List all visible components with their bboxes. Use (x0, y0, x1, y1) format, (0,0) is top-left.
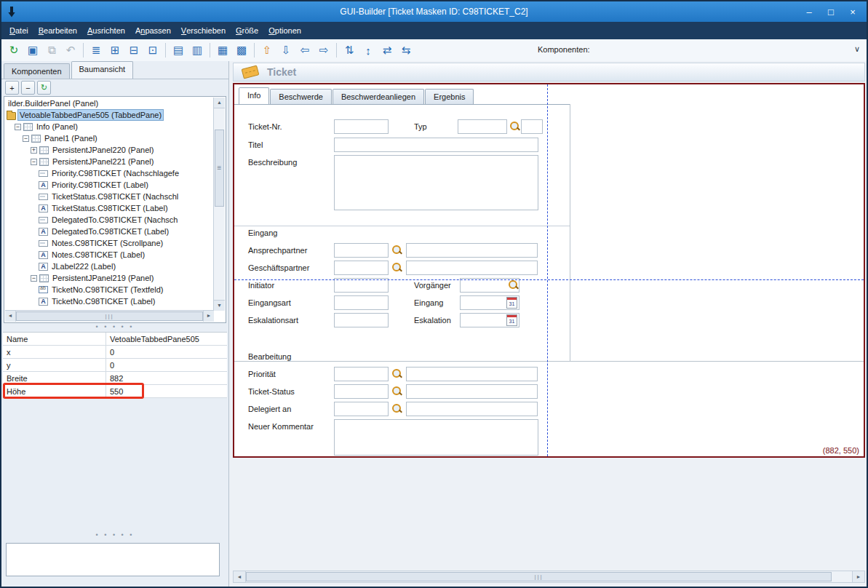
menu-item-gre[interactable]: Größe (231, 22, 263, 39)
collapse-icon[interactable]: − (23, 135, 29, 142)
delegiert-an-code-input[interactable] (334, 402, 389, 416)
eingang-calendar-icon[interactable]: 31 (506, 297, 517, 309)
delegiert-an-lookup-icon[interactable] (391, 403, 402, 413)
tree-item[interactable]: TicketNo.C98TICKET (Label) (5, 295, 214, 307)
component-search-button[interactable]: ⊞ (105, 41, 124, 59)
tab-komponenten[interactable]: Komponenten (4, 63, 70, 79)
ticket-nr-input[interactable] (334, 119, 389, 134)
expand-icon[interactable]: + (31, 147, 37, 154)
tree-item[interactable]: −Info (Panel) (5, 121, 214, 132)
component-list-button[interactable]: ≣ (87, 41, 105, 59)
size-height-plus-button[interactable]: ⇅ (340, 41, 359, 59)
collapse-icon[interactable]: − (31, 159, 37, 165)
layout-grid-button[interactable]: ⊡ (143, 41, 162, 59)
tree-horizontal-scrollbar[interactable] (5, 310, 214, 322)
tree-item[interactable]: −PersistentJPanel219 (Panel) (5, 272, 214, 284)
tree-item[interactable]: TicketStatus.C98TICKET (Label) (5, 202, 214, 214)
chevron-down-icon[interactable]: ∨ (854, 44, 860, 54)
vertical-scroll-thumb[interactable] (215, 130, 224, 207)
tree-item[interactable]: DelegatedTo.C98TICKET (Nachsch (5, 214, 214, 226)
ansprechpartner-lookup-icon[interactable] (391, 245, 402, 255)
close-button[interactable]: × (842, 1, 864, 22)
scroll-left-icon[interactable] (234, 571, 246, 582)
splitter-handle-top[interactable]: • • • • • (1, 325, 228, 330)
tree-item[interactable]: Priority.C98TICKET (Label) (5, 179, 214, 191)
tree-item[interactable]: −PersistentJPanel221 (Panel) (5, 156, 214, 167)
neuer-kommentar-textarea[interactable] (334, 419, 538, 456)
prioritaet-lookup-icon[interactable] (391, 368, 402, 378)
size-width-minus-button[interactable]: ⇆ (397, 41, 415, 59)
delegiert-an-name-input[interactable] (406, 402, 538, 416)
property-value[interactable]: VetoableTabbedPane505 (106, 333, 227, 345)
refresh-tree-button[interactable]: ↻ (37, 81, 51, 95)
typ-extra-input[interactable] (521, 119, 543, 134)
scroll-right-icon[interactable] (852, 571, 864, 582)
menu-item-verschieben[interactable]: Verschieben (176, 22, 231, 39)
tree-vertical-scrollbar[interactable] (213, 98, 225, 311)
designer-tab-info[interactable]: Info (239, 87, 269, 104)
save-button[interactable]: ▣ (23, 41, 42, 59)
distribute-button[interactable]: ▩ (232, 41, 251, 59)
tree-item[interactable]: −Panel1 (Panel) (5, 132, 214, 144)
minimize-button[interactable]: – (798, 1, 820, 22)
move-left-button[interactable]: ⇦ (295, 41, 314, 59)
menu-item-datei[interactable]: Datei (4, 22, 33, 39)
ticket-status-code-input[interactable] (334, 384, 389, 399)
ansprechpartner-name-input[interactable] (406, 243, 538, 258)
property-value[interactable]: 882 (106, 372, 227, 384)
collapse-all-button[interactable]: − (21, 81, 35, 95)
typ-input[interactable] (458, 119, 507, 134)
scroll-up-icon[interactable] (214, 98, 225, 108)
tree-item[interactable]: +PersistentJPanel220 (Panel) (5, 144, 214, 156)
collapse-icon[interactable]: − (31, 275, 37, 282)
layout-columns-button[interactable]: ⊟ (124, 41, 143, 59)
align-left-button[interactable]: ▤ (169, 41, 188, 59)
tree-item[interactable]: TicketStatus.C98TICKET (Nachschl (5, 191, 214, 202)
scroll-left-icon[interactable] (5, 311, 16, 322)
prioritaet-name-input[interactable] (406, 367, 538, 381)
property-value[interactable]: 0 (106, 359, 227, 371)
tree-item[interactable]: TicketNo.C98TICKET (Textfeld) (5, 284, 214, 295)
tree-item[interactable]: JLabel222 (Label) (5, 261, 214, 272)
tree-item[interactable]: ilder.BuilderPanel (Panel) (5, 98, 214, 109)
menu-item-optionen[interactable]: Optionen (263, 22, 306, 39)
designer-tab-beschwerde[interactable]: Beschwerde (270, 89, 332, 104)
designer-horizontal-scrollbar[interactable] (233, 571, 865, 583)
ticket-status-name-input[interactable] (406, 384, 538, 399)
beschreibung-textarea[interactable] (334, 155, 538, 210)
initiator-input[interactable] (334, 278, 389, 293)
horizontal-scroll-thumb[interactable] (16, 311, 203, 321)
eskalation-calendar-icon[interactable]: 31 (506, 314, 517, 326)
maximize-button[interactable]: □ (820, 1, 842, 22)
typ-lookup-icon[interactable] (509, 121, 519, 131)
menu-item-anpassen[interactable]: Anpassen (130, 22, 176, 39)
menu-item-bearbeiten[interactable]: Bearbeiten (33, 22, 82, 39)
scroll-down-icon[interactable] (214, 300, 225, 311)
tree-item[interactable]: Notes.C98TICKET (Label) (5, 249, 214, 261)
tree-item[interactable]: Notes.C98TICKET (Scrollpane) (5, 237, 214, 249)
geschaeftspartner-code-input[interactable] (334, 261, 389, 275)
splitter-handle-bottom[interactable]: • • • • • (1, 533, 228, 539)
snap-grid-button[interactable]: ▦ (213, 41, 232, 59)
size-height-minus-button[interactable]: ↕ (359, 41, 378, 59)
collapse-icon[interactable]: − (15, 124, 21, 130)
refresh-button[interactable]: ↻ (4, 41, 23, 59)
komponenten-dropdown[interactable] (594, 42, 846, 57)
geschaeftspartner-name-input[interactable] (406, 261, 538, 275)
eskalationsart-input[interactable] (334, 313, 389, 327)
property-value[interactable]: 0 (106, 346, 227, 358)
tab-baumansicht[interactable]: Baumansicht (71, 61, 134, 79)
tree-item[interactable]: Priority.C98TICKET (Nachschlagefe (5, 167, 214, 179)
vorgaenger-lookup-icon[interactable] (508, 279, 518, 290)
scroll-right-icon[interactable] (203, 311, 214, 322)
expand-all-button[interactable]: + (5, 81, 19, 95)
designer-tab-ergebnis[interactable]: Ergebnis (425, 89, 474, 104)
move-down-button[interactable]: ⇩ (276, 41, 295, 59)
designer-tab-beschwerdeanliegen[interactable]: Beschwerdeanliegen (333, 89, 424, 104)
titel-input[interactable] (334, 138, 538, 152)
prioritaet-code-input[interactable] (334, 367, 389, 381)
size-width-plus-button[interactable]: ⇄ (378, 41, 397, 59)
property-value[interactable]: 550 (106, 385, 227, 397)
ticket-status-lookup-icon[interactable] (391, 386, 402, 396)
move-up-button[interactable]: ⇧ (258, 41, 276, 59)
